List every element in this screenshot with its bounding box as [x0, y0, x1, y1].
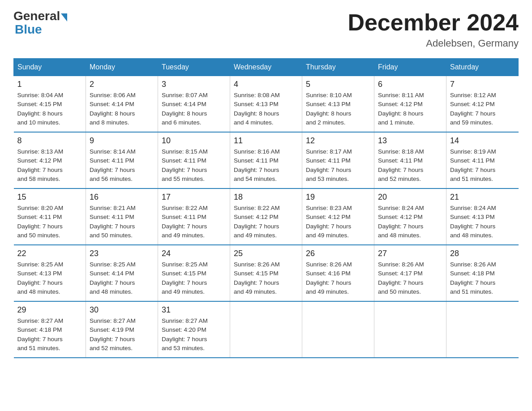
day-number: 16 — [90, 193, 154, 202]
day-info: Sunrise: 8:17 AM Sunset: 4:11 PM Dayligh… — [306, 147, 370, 184]
calendar-cell: 29Sunrise: 8:27 AM Sunset: 4:18 PM Dayli… — [14, 301, 86, 358]
day-info: Sunrise: 8:23 AM Sunset: 4:12 PM Dayligh… — [306, 204, 370, 240]
calendar-cell: 16Sunrise: 8:21 AM Sunset: 4:11 PM Dayli… — [86, 188, 158, 245]
day-info: Sunrise: 8:26 AM Sunset: 4:18 PM Dayligh… — [450, 260, 515, 296]
day-number: 18 — [234, 193, 298, 202]
month-title: December 2024 — [348, 9, 519, 36]
day-info: Sunrise: 8:04 AM Sunset: 4:15 PM Dayligh… — [17, 91, 82, 127]
day-number: 4 — [234, 80, 298, 89]
day-info: Sunrise: 8:20 AM Sunset: 4:11 PM Dayligh… — [17, 204, 82, 240]
day-info: Sunrise: 8:27 AM Sunset: 4:20 PM Dayligh… — [162, 317, 226, 353]
day-number: 2 — [90, 80, 154, 89]
day-number: 10 — [162, 136, 226, 146]
calendar-cell: 1Sunrise: 8:04 AM Sunset: 4:15 PM Daylig… — [14, 76, 86, 133]
logo-general-text: General — [13, 9, 60, 23]
logo: General Blue — [13, 9, 67, 37]
calendar-cell: 31Sunrise: 8:27 AM Sunset: 4:20 PM Dayli… — [158, 301, 230, 358]
calendar-cell: 20Sunrise: 8:24 AM Sunset: 4:12 PM Dayli… — [374, 188, 446, 245]
day-info: Sunrise: 8:26 AM Sunset: 4:16 PM Dayligh… — [306, 260, 370, 296]
header-sunday: Sunday — [14, 59, 86, 76]
calendar-cell — [230, 301, 302, 358]
calendar-cell: 15Sunrise: 8:20 AM Sunset: 4:11 PM Dayli… — [14, 188, 86, 245]
calendar-cell: 26Sunrise: 8:26 AM Sunset: 4:16 PM Dayli… — [302, 245, 374, 301]
day-number: 20 — [378, 193, 442, 202]
day-number: 12 — [306, 136, 370, 146]
day-info: Sunrise: 8:15 AM Sunset: 4:11 PM Dayligh… — [162, 147, 226, 184]
day-info: Sunrise: 8:08 AM Sunset: 4:13 PM Dayligh… — [234, 91, 298, 127]
day-number: 27 — [378, 249, 442, 258]
calendar-cell: 8Sunrise: 8:13 AM Sunset: 4:12 PM Daylig… — [14, 132, 86, 188]
day-info: Sunrise: 8:19 AM Sunset: 4:11 PM Dayligh… — [450, 147, 515, 184]
calendar-cell — [374, 301, 446, 358]
calendar-cell: 2Sunrise: 8:06 AM Sunset: 4:14 PM Daylig… — [86, 76, 158, 133]
day-info: Sunrise: 8:26 AM Sunset: 4:17 PM Dayligh… — [378, 260, 442, 296]
day-info: Sunrise: 8:27 AM Sunset: 4:19 PM Dayligh… — [90, 317, 154, 353]
day-number: 9 — [90, 136, 154, 146]
day-info: Sunrise: 8:18 AM Sunset: 4:11 PM Dayligh… — [378, 147, 442, 184]
calendar-header-row: SundayMondayTuesdayWednesdayThursdayFrid… — [14, 59, 519, 76]
day-info: Sunrise: 8:24 AM Sunset: 4:13 PM Dayligh… — [450, 204, 515, 240]
calendar-cell: 13Sunrise: 8:18 AM Sunset: 4:11 PM Dayli… — [374, 132, 446, 188]
day-number: 17 — [162, 193, 226, 202]
calendar-cell: 19Sunrise: 8:23 AM Sunset: 4:12 PM Dayli… — [302, 188, 374, 245]
day-number: 13 — [378, 136, 442, 146]
calendar-cell: 14Sunrise: 8:19 AM Sunset: 4:11 PM Dayli… — [446, 132, 519, 188]
day-number: 14 — [450, 136, 515, 146]
day-info: Sunrise: 8:12 AM Sunset: 4:12 PM Dayligh… — [450, 91, 515, 127]
day-number: 1 — [17, 80, 82, 89]
page-header: General Blue December 2024 Adelebsen, Ge… — [13, 9, 519, 49]
day-number: 31 — [162, 305, 226, 315]
calendar-cell: 17Sunrise: 8:22 AM Sunset: 4:11 PM Dayli… — [158, 188, 230, 245]
header-saturday: Saturday — [446, 59, 519, 76]
header-friday: Friday — [374, 59, 446, 76]
day-number: 11 — [234, 136, 298, 146]
calendar-cell: 6Sunrise: 8:11 AM Sunset: 4:12 PM Daylig… — [374, 76, 446, 133]
calendar-cell: 12Sunrise: 8:17 AM Sunset: 4:11 PM Dayli… — [302, 132, 374, 188]
day-info: Sunrise: 8:16 AM Sunset: 4:11 PM Dayligh… — [234, 147, 298, 184]
day-number: 6 — [378, 80, 442, 89]
day-number: 19 — [306, 193, 370, 202]
day-number: 8 — [17, 136, 82, 146]
day-number: 30 — [90, 305, 154, 315]
day-info: Sunrise: 8:25 AM Sunset: 4:15 PM Dayligh… — [162, 260, 226, 296]
header-tuesday: Tuesday — [158, 59, 230, 76]
calendar-week-row: 8Sunrise: 8:13 AM Sunset: 4:12 PM Daylig… — [14, 132, 519, 188]
title-section: December 2024 Adelebsen, Germany — [348, 9, 519, 49]
calendar-cell: 7Sunrise: 8:12 AM Sunset: 4:12 PM Daylig… — [446, 76, 519, 133]
day-info: Sunrise: 8:22 AM Sunset: 4:11 PM Dayligh… — [162, 204, 226, 240]
day-info: Sunrise: 8:27 AM Sunset: 4:18 PM Dayligh… — [17, 317, 82, 353]
day-info: Sunrise: 8:26 AM Sunset: 4:15 PM Dayligh… — [234, 260, 298, 296]
day-number: 29 — [17, 305, 82, 315]
day-info: Sunrise: 8:07 AM Sunset: 4:14 PM Dayligh… — [162, 91, 226, 127]
day-info: Sunrise: 8:22 AM Sunset: 4:12 PM Dayligh… — [234, 204, 298, 240]
calendar-cell: 10Sunrise: 8:15 AM Sunset: 4:11 PM Dayli… — [158, 132, 230, 188]
day-number: 23 — [90, 249, 154, 258]
calendar-cell — [302, 301, 374, 358]
calendar-cell: 9Sunrise: 8:14 AM Sunset: 4:11 PM Daylig… — [86, 132, 158, 188]
calendar-week-row: 15Sunrise: 8:20 AM Sunset: 4:11 PM Dayli… — [14, 188, 519, 245]
day-info: Sunrise: 8:14 AM Sunset: 4:11 PM Dayligh… — [90, 147, 154, 184]
location-subtitle: Adelebsen, Germany — [348, 38, 519, 49]
day-number: 26 — [306, 249, 370, 258]
day-info: Sunrise: 8:21 AM Sunset: 4:11 PM Dayligh… — [90, 204, 154, 240]
calendar-cell: 27Sunrise: 8:26 AM Sunset: 4:17 PM Dayli… — [374, 245, 446, 301]
day-number: 24 — [162, 249, 226, 258]
calendar-cell: 4Sunrise: 8:08 AM Sunset: 4:13 PM Daylig… — [230, 76, 302, 133]
calendar-cell: 24Sunrise: 8:25 AM Sunset: 4:15 PM Dayli… — [158, 245, 230, 301]
logo-arrow-icon — [61, 13, 67, 21]
header-thursday: Thursday — [302, 59, 374, 76]
day-number: 22 — [17, 249, 82, 258]
day-info: Sunrise: 8:06 AM Sunset: 4:14 PM Dayligh… — [90, 91, 154, 127]
calendar-cell — [446, 301, 519, 358]
calendar-table: SundayMondayTuesdayWednesdayThursdayFrid… — [13, 58, 519, 358]
day-number: 15 — [17, 193, 82, 202]
logo-blue-text: Blue — [15, 22, 67, 37]
calendar-cell: 11Sunrise: 8:16 AM Sunset: 4:11 PM Dayli… — [230, 132, 302, 188]
day-number: 28 — [450, 249, 515, 258]
calendar-week-row: 1Sunrise: 8:04 AM Sunset: 4:15 PM Daylig… — [14, 76, 519, 133]
day-number: 5 — [306, 80, 370, 89]
day-number: 3 — [162, 80, 226, 89]
day-number: 21 — [450, 193, 515, 202]
calendar-cell: 28Sunrise: 8:26 AM Sunset: 4:18 PM Dayli… — [446, 245, 519, 301]
header-monday: Monday — [86, 59, 158, 76]
